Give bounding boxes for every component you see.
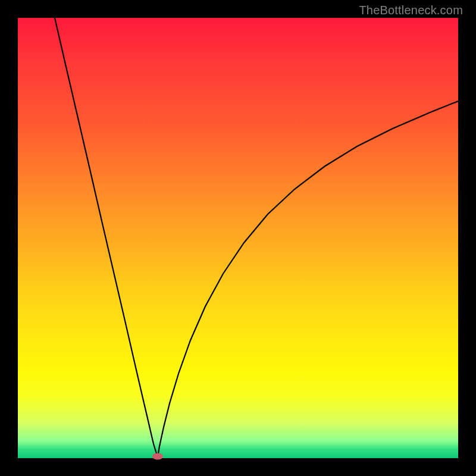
curve-svg	[18, 18, 458, 458]
curve-left-branch	[55, 18, 158, 457]
min-point-marker	[152, 453, 163, 460]
curve-right-branch	[158, 101, 458, 457]
watermark-text: TheBottleneck.com	[359, 4, 463, 17]
plot-area	[18, 18, 458, 458]
chart-container: TheBottleneck.com	[0, 0, 476, 476]
